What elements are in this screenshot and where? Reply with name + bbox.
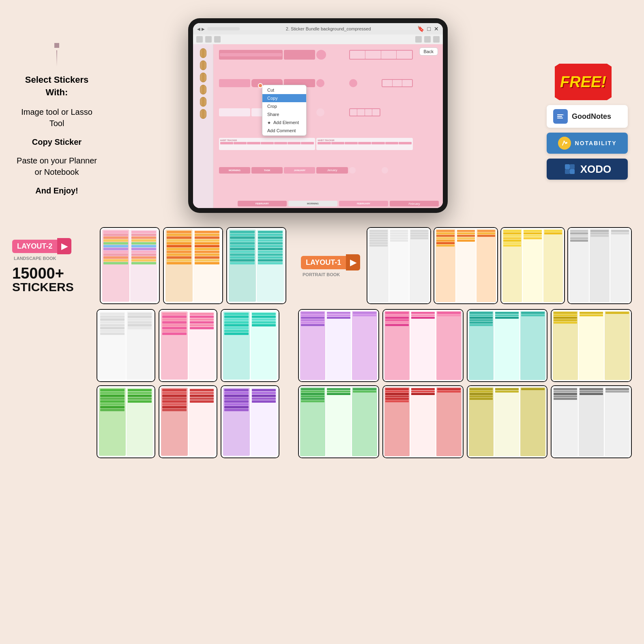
thumb-portrait-row3-3 bbox=[467, 385, 548, 458]
notability-icon bbox=[558, 137, 571, 150]
thumb-landscape-2 bbox=[163, 227, 223, 304]
tablet-content: Back bbox=[193, 44, 443, 208]
menu-share[interactable]: Share bbox=[262, 110, 306, 118]
binder-ring bbox=[200, 109, 206, 119]
tablet-title: 2. Sticker Bundle background_compressed bbox=[240, 26, 417, 31]
thumb-portrait-row2-2 bbox=[382, 309, 464, 382]
thumb-portrait-4 bbox=[567, 227, 632, 304]
menu-crop[interactable]: Crop bbox=[262, 102, 306, 110]
thumb-landscape-row2-1 bbox=[97, 309, 155, 382]
step-title: Select Stickers With: bbox=[16, 74, 97, 99]
app-logos-panel: FREE! GoodNotes bbox=[539, 52, 628, 180]
titlebar-icons: 🔖□✕ bbox=[417, 26, 439, 32]
layout1-arrow: ▶ bbox=[346, 254, 360, 270]
layout2-sub: LANDSCAPE BOOK bbox=[12, 256, 56, 261]
sticker-label: STICKERS bbox=[12, 281, 74, 293]
binder-ring bbox=[200, 73, 206, 82]
menu-cut[interactable]: Cut bbox=[262, 86, 306, 94]
thumb-landscape-row2-2 bbox=[159, 309, 217, 382]
layout1-sub: PORTRAIT BOOK bbox=[301, 272, 340, 277]
tablet-toolbar bbox=[193, 34, 443, 44]
notability-logo: NOTABILITY bbox=[547, 133, 628, 154]
thumb-portrait-2 bbox=[434, 227, 498, 304]
binder-ring bbox=[200, 85, 206, 94]
tablet-demo: ◀ ▶ 2. Sticker Bundle background_compres… bbox=[97, 18, 539, 213]
svg-rect-8 bbox=[570, 169, 575, 174]
thumb-portrait-1 bbox=[367, 227, 431, 304]
bottom-section: LAYOUT-2 ▶ LANDSCAPE BOOK 15000+ STICKER… bbox=[0, 227, 644, 466]
binder-ring bbox=[200, 97, 206, 107]
thumb-portrait-row3-4 bbox=[551, 385, 632, 458]
binder-ring bbox=[200, 48, 206, 58]
thumb-portrait-3 bbox=[500, 227, 565, 304]
thumb-portrait-row2-3 bbox=[467, 309, 548, 382]
back-button[interactable]: Back bbox=[419, 47, 438, 56]
tablet-titlebar: ◀ ▶ 2. Sticker Bundle background_compres… bbox=[193, 23, 443, 34]
tablet-device: ◀ ▶ 2. Sticker Bundle background_compres… bbox=[188, 18, 448, 213]
thumb-landscape-row3-1 bbox=[97, 385, 155, 458]
sticker-count: 15000+ bbox=[12, 266, 74, 281]
thumb-portrait-row2-4 bbox=[551, 309, 632, 382]
thumb-landscape-3 bbox=[226, 227, 286, 304]
menu-add-comment[interactable]: Add Comment bbox=[262, 127, 306, 135]
svg-rect-5 bbox=[565, 164, 570, 169]
svg-point-4 bbox=[566, 142, 567, 144]
thumb-portrait-row3-2 bbox=[382, 385, 464, 458]
thumb-landscape-row2-3 bbox=[221, 309, 279, 382]
layout2-arrow: ▶ bbox=[57, 238, 71, 254]
thumb-portrait-row3-1 bbox=[298, 385, 379, 458]
instructions-panel: Select Stickers With: Image tool or Lass… bbox=[16, 35, 97, 196]
context-menu: Cut Copy Crop Share ★Add Element Add Com… bbox=[262, 85, 307, 136]
step-1: Image tool or Lasso Tool bbox=[16, 106, 97, 129]
thumb-landscape-row3-3 bbox=[221, 385, 279, 458]
sticker-canvas: Back bbox=[213, 44, 443, 208]
step-2: Copy Sticker bbox=[16, 136, 97, 148]
menu-copy[interactable]: Copy bbox=[262, 94, 306, 102]
step-4: And Enjoy! bbox=[16, 185, 97, 196]
selection-indicator bbox=[258, 83, 263, 88]
goodnotes-icon bbox=[553, 109, 568, 124]
tablet-sidebar bbox=[193, 44, 213, 208]
menu-add-element[interactable]: ★Add Element bbox=[262, 118, 306, 127]
thumb-landscape-row3-2 bbox=[159, 385, 217, 458]
layout1-label: LAYOUT-1 bbox=[301, 256, 346, 269]
goodnotes-text: GoodNotes bbox=[572, 112, 611, 121]
step-3: Paste on your Planner or Notebook bbox=[16, 155, 97, 178]
thumb-landscape-1 bbox=[100, 227, 160, 304]
tablet-screen: ◀ ▶ 2. Sticker Bundle background_compres… bbox=[193, 23, 443, 208]
notability-text: NOTABILITY bbox=[575, 140, 617, 146]
binder-ring bbox=[200, 60, 206, 70]
free-badge: FREE! bbox=[555, 64, 612, 100]
xodo-text: XODO bbox=[580, 163, 612, 176]
goodnotes-logo: GoodNotes bbox=[547, 105, 628, 128]
xodo-icon bbox=[563, 163, 576, 176]
xodo-logo: XODO bbox=[547, 159, 628, 180]
svg-rect-7 bbox=[565, 169, 570, 174]
svg-rect-6 bbox=[570, 164, 575, 169]
layout2-label: LAYOUT-2 bbox=[12, 240, 57, 253]
thumb-portrait-row2-1 bbox=[298, 309, 379, 382]
